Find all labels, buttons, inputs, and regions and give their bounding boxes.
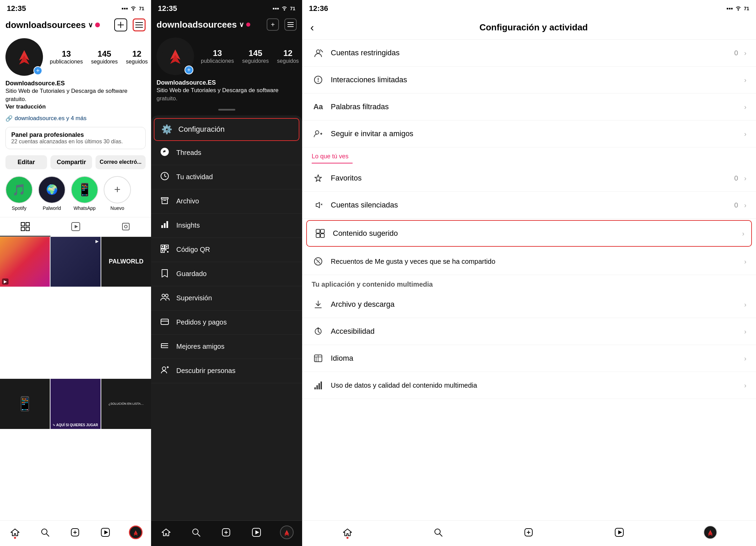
menu-item-configuracion[interactable]: ⚙️ Configuración — [154, 118, 299, 141]
highlight-spotify[interactable]: 🎵 Spotify — [5, 176, 33, 211]
tab-tagged[interactable] — [101, 217, 151, 236]
nav-home-2[interactable] — [160, 526, 173, 539]
highlight-whatsapp[interactable]: 📱 WhatsApp — [71, 176, 98, 211]
grid-cell-4[interactable]: 📱 — [0, 379, 50, 429]
highlight-add-button[interactable]: + — [104, 176, 131, 203]
menu-item-archivo[interactable]: Archivo — [151, 189, 302, 214]
menu-bio-desc: Sitio Web de Tutoriales y Descarga de so… — [157, 86, 297, 95]
svg-point-34 — [165, 294, 168, 297]
menu-button[interactable] — [133, 18, 146, 31]
nav-reels-3[interactable] — [613, 526, 626, 539]
highlight-palworld-label: Palworld — [43, 205, 61, 211]
settings-item-interacciones[interactable]: Interacciones limitadas › — [302, 67, 756, 94]
svg-point-10 — [124, 225, 127, 228]
share-button[interactable]: Compartir — [50, 155, 92, 169]
grid-cell-5[interactable]: ⤷ AQUÍ SI QUIERES JUGAR — [50, 379, 100, 429]
svg-rect-3 — [21, 222, 25, 226]
nav-add-1[interactable] — [69, 526, 81, 539]
svg-point-57 — [315, 131, 319, 134]
menu-item-pagos[interactable]: Pedidos y pagos — [151, 311, 302, 335]
website-link[interactable]: 🔗 downloadsource.es y 4 más — [0, 113, 151, 124]
highlight-new[interactable]: + Nuevo — [104, 176, 131, 211]
add-post-button[interactable] — [114, 18, 127, 31]
palabras-icon: Aa — [312, 100, 325, 113]
add-story-button[interactable]: + — [33, 66, 42, 75]
back-button[interactable]: ‹ — [310, 21, 314, 34]
grid-cell-6[interactable]: ¿SOLUCIÓN EN LISTA… — [101, 379, 151, 429]
archivo-descarga-chevron: › — [744, 301, 746, 308]
settings-item-restringidas[interactable]: Cuentas restringidas 0 › — [302, 40, 756, 67]
pro-panel-desc: 22 cuentas alcanzadas en los últimos 30 … — [11, 139, 140, 145]
menu-hamburger[interactable] — [284, 18, 297, 31]
interacciones-label: Interacciones limitadas — [331, 75, 738, 84]
qr-icon — [159, 244, 170, 256]
pro-panel[interactable]: Panel para profesionales 22 cuentas alca… — [5, 127, 146, 149]
username-chevron: ∨ — [88, 21, 93, 29]
settings-item-silenciadas[interactable]: Cuentas silenciadas 0 › — [302, 192, 756, 219]
svg-rect-30 — [162, 250, 163, 252]
nav-search-2[interactable] — [190, 526, 203, 539]
grid-cell-1[interactable]: ▶ — [0, 237, 50, 287]
settings-item-archivo-descarga[interactable]: Archivo y descarga › — [302, 291, 756, 318]
nav-search-3[interactable] — [432, 526, 445, 539]
silenciadas-icon — [312, 199, 325, 212]
menu-item-guardado[interactable]: Guardado — [151, 262, 302, 286]
grid-cell-3[interactable]: PALWORLD — [101, 237, 151, 287]
tab-reels[interactable] — [50, 217, 101, 236]
settings-item-recuentos[interactable]: Recuentos de Me gusta y veces que se ha … — [302, 248, 756, 275]
mejores-amigos-icon — [159, 341, 170, 353]
svg-rect-75 — [316, 385, 318, 389]
nav-home-1[interactable] — [9, 526, 21, 539]
settings-item-contenido-sugerido[interactable]: Contenido sugerido › — [306, 220, 752, 247]
nav-add-3[interactable] — [522, 526, 535, 539]
translate-link[interactable]: Ver traducción — [5, 103, 146, 110]
nav-reels-1[interactable] — [99, 526, 112, 539]
menu-add-button[interactable]: + — [267, 18, 279, 31]
menu-item-qr[interactable]: Código QR — [151, 238, 302, 262]
silenciadas-value: 0 — [734, 201, 738, 209]
tab-grid[interactable] — [0, 217, 50, 236]
content-grid: ▶ ▶ PALWORLD 📱 ⤷ AQUÍ SI QUIERES JUGAR ¿… — [0, 237, 151, 520]
stat-followers-label: seguidores — [91, 59, 118, 65]
bottom-nav-1 — [0, 520, 151, 546]
svg-line-53 — [320, 49, 323, 52]
settings-item-seguir[interactable]: Seguir e invitar a amigos › — [302, 120, 756, 147]
svg-rect-28 — [162, 246, 163, 247]
nav-profile-3[interactable] — [703, 526, 717, 539]
settings-item-uso-datos[interactable]: Uso de datos y calidad del contenido mul… — [302, 372, 756, 399]
uso-datos-icon — [312, 379, 325, 392]
svg-rect-35 — [161, 319, 168, 325]
silenciadas-chevron: › — [744, 201, 746, 209]
menu-add-story[interactable]: + — [184, 66, 193, 74]
grid-cell-2[interactable]: ▶ — [50, 237, 100, 287]
menu-item-actividad[interactable]: Tu actividad — [151, 165, 302, 189]
nav-add-2[interactable] — [220, 526, 233, 539]
settings-item-idioma[interactable]: Idioma › — [302, 345, 756, 372]
highlight-new-label: Nuevo — [110, 205, 124, 211]
edit-button[interactable]: Editar — [5, 155, 47, 169]
nav-profile-1[interactable] — [129, 526, 143, 539]
svg-point-41 — [162, 367, 166, 370]
contenido-icon — [314, 227, 327, 240]
settings-item-accesibilidad[interactable]: Accesibilidad › — [302, 318, 756, 345]
menu-item-descubrir[interactable]: Descubrir personas — [151, 359, 302, 383]
settings-item-palabras[interactable]: Aa Palabras filtradas › — [302, 94, 756, 120]
menu-sheet: ⚙️ Configuración Threads Tu actividad Ar… — [151, 115, 302, 520]
menu-item-supervision[interactable]: Supervisión — [151, 286, 302, 311]
home-dot-3 — [346, 537, 349, 539]
svg-point-56 — [318, 81, 319, 82]
action-buttons: Editar Compartir Correo electró... — [0, 152, 151, 173]
nav-search-1[interactable] — [39, 526, 51, 539]
svg-line-45 — [197, 534, 200, 536]
nav-home-3[interactable] — [341, 526, 354, 539]
nav-profile-2[interactable] — [280, 526, 294, 539]
menu-item-threads[interactable]: Threads — [151, 141, 302, 165]
archivo-icon — [159, 196, 170, 207]
settings-item-favoritos[interactable]: Favoritos 0 › — [302, 165, 756, 192]
menu-item-mejores-amigos[interactable]: Mejores amigos — [151, 335, 302, 359]
highlight-spotify-label: Spotify — [12, 205, 27, 211]
menu-item-insights[interactable]: Insights — [151, 214, 302, 238]
email-button[interactable]: Correo electró... — [95, 155, 146, 169]
highlight-palworld[interactable]: 🌍 Palworld — [38, 176, 65, 211]
nav-reels-2[interactable] — [250, 526, 263, 539]
